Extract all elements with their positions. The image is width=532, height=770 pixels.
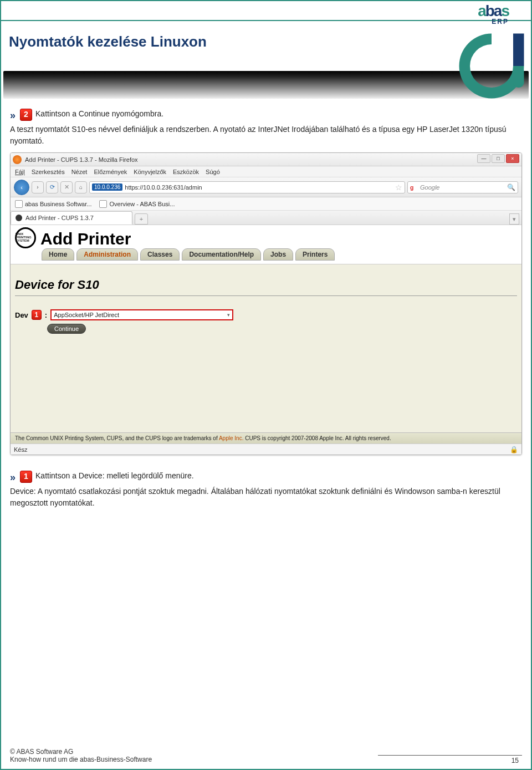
select-arrow-icon: ▾ [227,312,230,318]
step-2-row: » 2 Kattintson a Continue nyomógombra. [10,109,522,123]
bullet-arrow-icon: » [10,471,16,485]
svg-text:g: g [410,183,413,190]
cups-logo-icon: UNIX PRINTING SYSTEM [15,227,36,248]
bookmark-2-label: Overview - ABAS Busi... [109,201,175,207]
bookmark-icon [15,200,23,208]
url-host-chip: 10.0.0.236 [92,183,122,191]
cups-nav-docs[interactable]: Documentation/Help [182,248,261,261]
footer-left: © ABAS Software AG Know-how rund um die … [10,748,522,763]
document-page: a ba s ERP Nyomtatók kezelése Linuxon » … [0,0,532,770]
cups-title: Add Printer [40,230,131,248]
google-icon: g [410,183,418,191]
menu-nezet[interactable]: Nézet [71,169,88,175]
banner-top-bar: a ba s ERP [1,1,531,21]
cups-logo-text: UNIX PRINTING SYSTEM [16,232,34,242]
menu-fajl[interactable]: Fájl [15,169,25,175]
decorative-a-icon [456,30,528,102]
window-buttons: — □ × [477,154,519,163]
home-button[interactable]: ⌂ [75,181,87,193]
cups-nav-home[interactable]: Home [42,248,74,261]
step-2-text: Kattintson a Continue nyomógombra. [35,109,163,120]
cups-footer-apple: Apple Inc. [219,435,243,441]
device-label-left: Dev [15,311,28,319]
url-bar[interactable]: 10.0.0.236 https://10.0.0.236:631/admin … [89,181,405,193]
step-badge-1-inline: 1 [32,310,42,320]
bookmark-1[interactable]: abas Business Softwar... [15,200,91,208]
continue-button[interactable]: Continue [47,324,86,334]
tabs-bar: Add Printer - CUPS 1.3.7 + ▾ [11,211,521,225]
maximize-button[interactable]: □ [492,154,505,163]
menu-sugo[interactable]: Súgó [206,169,220,175]
search-bar[interactable]: g Google 🔍 [407,181,518,193]
menu-konyvjelzok[interactable]: Könyvjelzők [134,169,166,175]
logo-letter-a: a [478,3,485,19]
step-1-row: » 1 Kattintson a Device: melleti legördü… [10,471,522,485]
footer-copyright: © ABAS Software AG [10,748,522,756]
cups-page: UNIX PRINTING SYSTEM Add Printer Home Ad… [11,225,521,443]
cups-footer-post: CUPS is copyright 2007-2008 Apple Inc. A… [245,435,391,441]
cups-section: Device for S10 Dev 1 : AppSocket/HP JetD… [11,264,521,432]
menu-szerkesztes[interactable]: Szerkesztés [32,169,65,175]
firefox-title: Add Printer - CUPS 1.3.7 - Mozilla Firef… [25,156,138,163]
search-placeholder: Google [420,184,439,191]
lock-icon: 🔒 [510,446,518,453]
logo-brand-text: a ba s [478,3,509,19]
logo-letter-s: s [501,3,509,19]
new-tab-button[interactable]: + [135,213,148,225]
device-select[interactable]: AppSocket/HP JetDirect ▾ [50,309,233,320]
menu-eszkozok[interactable]: Eszközök [173,169,199,175]
section1-paragraph: A teszt nyomtatót S10-es névvel definiál… [10,124,522,147]
cups-tab-icon [16,215,22,221]
section2-paragraph: Device: A nyomtató csatlakozási pontját … [10,486,522,509]
firefox-statusbar: Kész 🔒 [11,443,521,455]
cups-nav-classes[interactable]: Classes [140,248,180,261]
cups-footer: The Common UNIX Printing System, CUPS, a… [11,432,521,443]
close-button[interactable]: × [506,154,519,163]
bookmark-1-label: abas Business Softwar... [25,201,91,207]
cups-nav-jobs[interactable]: Jobs [263,248,293,261]
svg-rect-0 [513,34,524,67]
cups-spacer [15,334,517,428]
tab-list-button[interactable]: ▾ [509,213,519,225]
firefox-window: Add Printer - CUPS 1.3.7 - Mozilla Firef… [10,152,522,455]
bookmark-star-icon[interactable]: ☆ [395,183,402,192]
tab-active[interactable]: Add Printer - CUPS 1.3.7 [11,211,132,225]
step-1-text: Kattintson a Device: melleti legördülő m… [35,471,194,482]
cups-nav: Home Administration Classes Documentatio… [11,248,521,264]
page-title: Nyomtatók kezelése Linuxon [1,21,531,50]
step-badge-1: 1 [20,471,32,483]
bookmark-icon [99,200,107,208]
cups-nav-printers[interactable]: Printers [295,248,335,261]
footer-tagline: Know-how rund um die abas-Business-Softw… [10,756,522,763]
menu-elozmenyek[interactable]: Előzmények [94,169,127,175]
content-area: » 2 Kattintson a Continue nyomógombra. A… [1,101,531,509]
tab-label: Add Printer - CUPS 1.3.7 [25,215,94,221]
status-text: Kész [14,446,27,453]
logo-erp: a ba s ERP [478,3,509,26]
back-button[interactable]: ‹ [14,180,29,195]
firefox-titlebar: Add Printer - CUPS 1.3.7 - Mozilla Firef… [11,153,521,166]
search-icon[interactable]: 🔍 [507,183,515,191]
svg-rect-1 [513,66,524,88]
cups-header: UNIX PRINTING SYSTEM Add Printer [11,225,521,248]
step-badge-2: 2 [20,109,32,121]
firefox-icon [13,155,22,164]
device-select-value: AppSocket/HP JetDirect [54,312,119,318]
bookmark-2[interactable]: Overview - ABAS Busi... [99,200,175,208]
cups-section-title: Device for S10 [15,278,517,292]
minimize-button[interactable]: — [477,154,490,163]
cups-nav-admin[interactable]: Administration [76,248,138,261]
banner-gradient [3,71,529,99]
forward-button[interactable]: › [32,181,44,193]
cups-divider [15,295,517,296]
firefox-menubar: Fájl Szerkesztés Nézet Előzmények Könyvj… [11,166,521,177]
bookmarks-bar: abas Business Softwar... Overview - ABAS… [11,197,521,211]
firefox-toolbar: ‹ › ⟳ ✕ ⌂ 10.0.0.236 https://10.0.0.236:… [11,177,521,197]
reload-button[interactable]: ⟳ [46,181,58,193]
bullet-arrow-icon: » [10,109,16,123]
device-label-right: : [45,311,47,319]
logo-letter-ba: ba [485,3,502,19]
stop-button[interactable]: ✕ [60,181,73,193]
banner: a ba s ERP Nyomtatók kezelése Linuxon [1,1,531,101]
cups-footer-pre: The Common UNIX Printing System, CUPS, a… [15,435,219,441]
